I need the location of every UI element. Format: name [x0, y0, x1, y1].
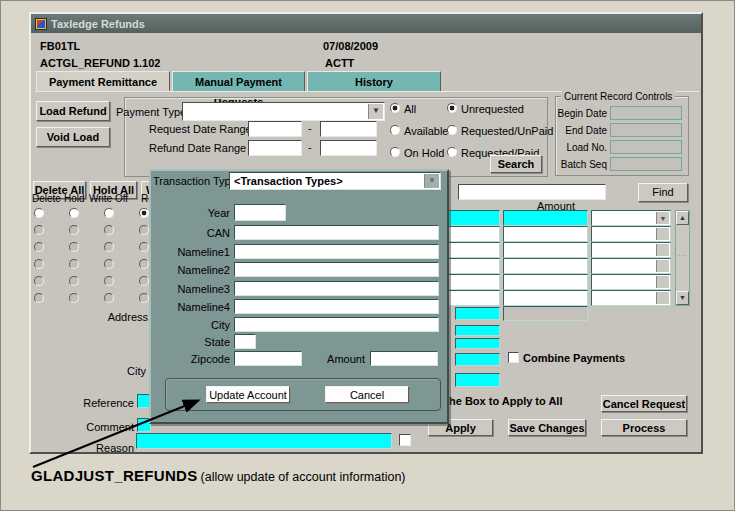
reason-checkbox[interactable]	[399, 434, 411, 446]
update-account-button[interactable]: Update Account	[206, 386, 290, 403]
row3-writeoff-radio[interactable]	[104, 242, 114, 252]
grid-row3-amount-cell[interactable]	[503, 242, 588, 258]
row2-r-radio[interactable]	[139, 225, 149, 235]
nameline1-input[interactable]	[234, 244, 439, 259]
process-button[interactable]: Process	[601, 419, 687, 436]
grid-row5-combobox[interactable]	[591, 274, 671, 290]
state-field-strip[interactable]	[455, 338, 500, 349]
grid-row4-combobox[interactable]	[591, 258, 671, 274]
row4-delete-radio[interactable]	[34, 259, 44, 269]
dropdown-button[interactable]	[656, 260, 669, 272]
tab-history[interactable]: History	[307, 71, 441, 91]
row5-hold-radio[interactable]	[69, 276, 79, 286]
row1-writeoff-radio[interactable]	[104, 208, 114, 218]
scroll-down-icon[interactable]: ▼	[676, 291, 689, 305]
row6-writeoff-radio[interactable]	[104, 293, 114, 303]
dropdown-button[interactable]	[656, 292, 669, 304]
row1-delete-radio[interactable]	[34, 208, 44, 218]
request-date-to-input[interactable]	[320, 121, 377, 137]
grid-row1-combobox[interactable]: ▼	[591, 210, 671, 226]
year-input[interactable]	[234, 204, 286, 221]
zip-field-strip[interactable]	[455, 353, 500, 366]
dialog-amount-input[interactable]	[370, 351, 438, 366]
chevron-down-icon[interactable]: ▼	[368, 104, 383, 119]
refund-date-to-input[interactable]	[320, 140, 377, 156]
row4-r-radio[interactable]	[139, 259, 149, 269]
radio-requested-unpaid[interactable]	[447, 125, 457, 135]
request-date-from-input[interactable]	[248, 121, 302, 137]
row3-hold-radio[interactable]	[69, 242, 79, 252]
combine-payments-checkbox[interactable]	[508, 352, 519, 363]
city-field-strip[interactable]	[455, 325, 500, 336]
transaction-type-combobox[interactable]: <Transaction Types> ▼	[229, 172, 441, 190]
row5-delete-radio[interactable]	[34, 276, 44, 286]
adjust-refund-dialog: Transaction Type <Transaction Types> ▼ Y…	[149, 169, 449, 424]
row2-delete-radio[interactable]	[34, 225, 44, 235]
reason-field[interactable]	[136, 433, 392, 449]
row3-r-radio[interactable]	[139, 242, 149, 252]
void-load-button[interactable]: Void Load	[36, 127, 110, 147]
load-no-field[interactable]	[610, 140, 682, 154]
dialog-state-input[interactable]	[234, 334, 256, 349]
nameline3-input[interactable]	[234, 281, 439, 296]
tab-payment-remittance[interactable]: Payment Remittance	[36, 71, 170, 91]
save-changes-button[interactable]: Save Changes	[508, 419, 586, 436]
dialog-cancel-button[interactable]: Cancel	[325, 386, 409, 403]
begin-date-field[interactable]	[610, 106, 682, 120]
row4-hold-radio[interactable]	[69, 259, 79, 269]
nameline2-input[interactable]	[234, 262, 439, 277]
grid-row4-amount-cell[interactable]	[503, 258, 588, 274]
grid-row3-combobox[interactable]	[591, 242, 671, 258]
row6-delete-radio[interactable]	[34, 293, 44, 303]
address-extra-field[interactable]	[503, 306, 588, 321]
grid-row5-amount-cell[interactable]	[503, 274, 588, 290]
dropdown-button[interactable]	[656, 276, 669, 288]
load-refund-button[interactable]: Load Refund	[36, 101, 110, 121]
search-button[interactable]: Search	[490, 155, 542, 173]
row4-writeoff-radio[interactable]	[104, 259, 114, 269]
grid-row2-amount-cell[interactable]	[503, 226, 588, 242]
window-titlebar[interactable]: Taxledge Refunds	[31, 14, 701, 33]
grid-scrollbar[interactable]: ▲ ∙∙∙ ▼	[675, 210, 690, 306]
grid-row2-combobox[interactable]	[591, 226, 671, 242]
tab-manual-payment-requests[interactable]: Manual Payment Requests	[172, 71, 305, 91]
nameline4-input[interactable]	[234, 299, 439, 314]
batch-seq-field[interactable]	[610, 157, 682, 171]
end-date-field[interactable]	[610, 123, 682, 137]
grid-row1-amount-cell[interactable]	[503, 210, 588, 226]
scroll-up-icon[interactable]: ▲	[676, 211, 689, 225]
chevron-down-icon[interactable]: ▼	[424, 174, 439, 188]
row1-hold-radio[interactable]	[69, 208, 79, 218]
dropdown-button[interactable]	[656, 244, 669, 256]
chevron-down-icon[interactable]: ▼	[656, 212, 669, 224]
row5-writeoff-radio[interactable]	[104, 276, 114, 286]
radio-on-hold[interactable]	[390, 147, 400, 157]
radio-unrequested[interactable]	[447, 103, 457, 113]
row3-delete-radio[interactable]	[34, 242, 44, 252]
can-input[interactable]	[234, 225, 439, 240]
dialog-city-input[interactable]	[234, 317, 439, 332]
payment-type-combobox[interactable]: ▼	[182, 102, 385, 121]
apply-to-all-text: he Box to Apply to All	[449, 395, 562, 407]
row2-hold-radio[interactable]	[69, 225, 79, 235]
find-input[interactable]	[458, 184, 606, 200]
radio-all[interactable]	[390, 103, 400, 113]
refund-date-from-input[interactable]	[248, 140, 302, 156]
address-field-strip[interactable]	[455, 307, 500, 320]
grid-row6-combobox[interactable]	[591, 290, 671, 306]
figure-caption: GLADJUST_REFUNDS (allow update of accoun…	[31, 467, 406, 484]
cancel-request-button[interactable]: Cancel Request	[601, 395, 687, 412]
grid-row6-amount-cell[interactable]	[503, 290, 588, 306]
extra-field-strip[interactable]	[455, 373, 500, 387]
form-id: FB01TL	[40, 40, 80, 52]
row1-r-radio[interactable]	[139, 208, 149, 218]
row6-hold-radio[interactable]	[69, 293, 79, 303]
find-button[interactable]: Find	[638, 183, 688, 202]
radio-available[interactable]	[390, 125, 400, 135]
row5-r-radio[interactable]	[139, 276, 149, 286]
dropdown-button[interactable]	[656, 228, 669, 240]
radio-requested-paid[interactable]	[447, 147, 457, 157]
row6-r-radio[interactable]	[139, 293, 149, 303]
dialog-zipcode-input[interactable]	[234, 351, 302, 366]
row2-writeoff-radio[interactable]	[104, 225, 114, 235]
